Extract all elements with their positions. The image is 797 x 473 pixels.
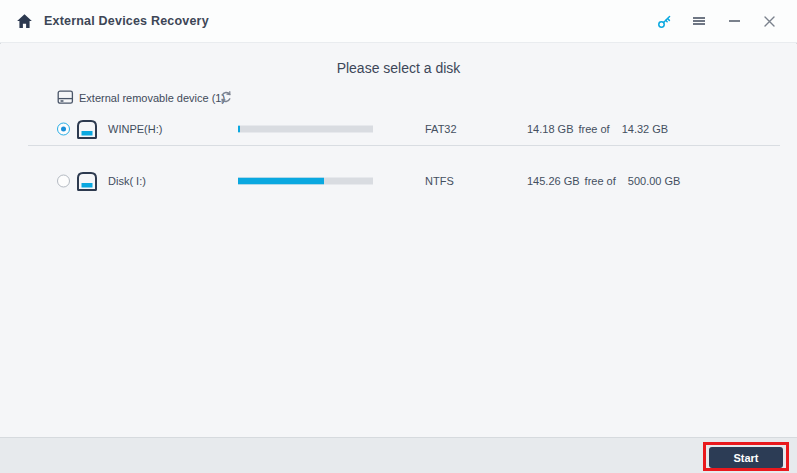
usage-bar — [238, 178, 373, 185]
free-of-label: free of — [578, 123, 609, 135]
device-row-winpe[interactable]: WINPE(H:) FAT32 14.18 GB free of 14.32 G… — [0, 103, 797, 155]
capacity-label: 145.26 GB free of 500.00 GB — [527, 175, 680, 187]
key-icon — [657, 14, 672, 29]
filesystem-label: NTFS — [425, 175, 454, 187]
page-heading: Please select a disk — [0, 60, 797, 76]
minimize-button[interactable] — [726, 13, 742, 29]
free-space: 14.18 GB — [527, 123, 573, 135]
titlebar: External Devices Recovery — [0, 0, 797, 43]
drive-icon — [75, 171, 99, 192]
total-space: 14.32 GB — [622, 123, 668, 135]
refresh-icon — [219, 90, 233, 104]
home-button[interactable] — [14, 11, 34, 31]
radio-selected[interactable] — [57, 123, 70, 136]
filesystem-label: FAT32 — [425, 123, 457, 135]
free-of-label: free of — [585, 175, 616, 187]
usage-bar-fill — [238, 126, 240, 133]
device-list: WINPE(H:) FAT32 14.18 GB free of 14.32 G… — [0, 103, 797, 207]
usage-bar-fill — [238, 178, 324, 185]
close-button[interactable] — [761, 13, 777, 29]
device-row-disk-i[interactable]: Disk( I:) NTFS 145.26 GB free of 500.00 … — [0, 155, 797, 207]
free-space: 145.26 GB — [527, 175, 580, 187]
menu-button[interactable] — [691, 13, 707, 29]
start-button[interactable]: Start — [709, 447, 783, 468]
device-name: WINPE(H:) — [108, 123, 162, 135]
usage-bar — [238, 126, 373, 133]
total-space: 500.00 GB — [628, 175, 681, 187]
footer-bar: Start — [0, 437, 797, 473]
activation-key-button[interactable] — [656, 13, 672, 29]
capacity-label: 14.18 GB free of 14.32 GB — [527, 123, 668, 135]
device-name: Disk( I:) — [108, 175, 146, 187]
home-icon — [16, 13, 33, 29]
page-title: External Devices Recovery — [44, 14, 209, 28]
titlebar-actions — [656, 13, 777, 29]
drive-icon — [75, 119, 99, 140]
close-icon — [764, 16, 775, 27]
main-content: Please select a disk External removable … — [0, 44, 797, 437]
app-window: External Devices Recovery P — [0, 0, 797, 473]
radio-unselected[interactable] — [57, 175, 70, 188]
